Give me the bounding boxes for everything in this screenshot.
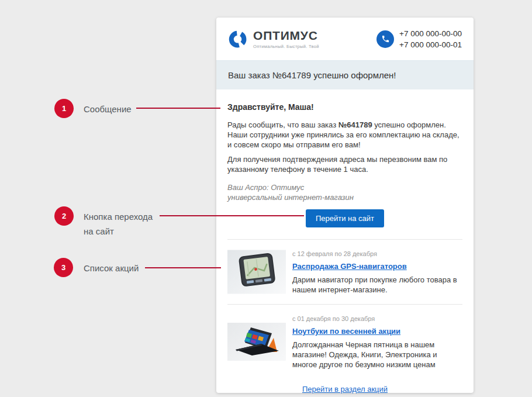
divider (227, 304, 462, 305)
promo-dates: с 01 декабря по 30 декабря (292, 315, 462, 322)
optimus-logo-icon (228, 29, 248, 49)
cta-button-row: Перейти на сайт (227, 209, 462, 227)
signature-line-1: Ваш Аспро: Оптимус (227, 182, 462, 192)
message-paragraph-1: Рады сообщить, что ваш заказ №641789 усп… (227, 120, 462, 150)
callout-number-3: 3 (54, 258, 73, 277)
phone-handset-glyph (381, 34, 390, 43)
email-header: ОПТИМУС Оптимальный. Быстрый. Твой +7 00… (216, 18, 474, 60)
promo-item-gps: с 12 февраля по 28 декабря Распродажа GP… (227, 249, 462, 295)
promo-description: Дарим навигатор при покупке любого товар… (292, 275, 462, 295)
callout-label-site-button: Кнопка перехода на сайт (84, 209, 160, 239)
brand-text: ОПТИМУС Оптимальный. Быстрый. Твой (253, 29, 319, 49)
phone-number-2: +7 000 000-00-01 (399, 39, 462, 50)
callout-line-3 (145, 267, 221, 268)
callout-label-message: Сообщение (84, 102, 132, 116)
phone-number-1: +7 000 000-00-00 (399, 28, 462, 39)
phone-contact-block: +7 000 000-00-00 +7 000 000-00-01 (376, 28, 462, 50)
callout-line-1 (136, 108, 220, 109)
message-paragraph-2: Для получения подтверждения адреса мы пе… (227, 154, 462, 174)
phone-icon (376, 30, 394, 48)
email-template-mockup-page: { "annotations": [ { "number": "1", "lab… (0, 0, 532, 397)
greeting: Здравствуйте, Маша! (227, 102, 462, 112)
paragraph-1-before: Рады сообщить, что ваш заказ (227, 120, 338, 129)
promo-dates: с 12 февраля по 28 декабря (292, 250, 462, 257)
callout-label-promo-list: Список акций (84, 261, 139, 275)
promo-link-gps[interactable]: Распродажа GPS-навигаторов (292, 262, 407, 271)
promos-section-link[interactable]: Перейти в раздел акций (302, 385, 388, 393)
brand-logo: ОПТИМУС Оптимальный. Быстрый. Твой (228, 29, 319, 49)
promo-content: с 12 февраля по 28 декабря Распродажа GP… (292, 249, 462, 295)
divider (227, 239, 462, 240)
callout-number-2: 2 (54, 206, 74, 226)
phone-numbers: +7 000 000-00-00 +7 000 000-00-01 (399, 28, 462, 50)
subject-banner: Ваш заказ №641789 успешно оформлен! (216, 60, 474, 89)
email-body: Здравствуйте, Маша! Рады сообщить, что в… (216, 102, 474, 394)
signature: Ваш Аспро: Оптимус универсальный интерне… (227, 182, 462, 202)
go-to-site-button[interactable]: Перейти на сайт (306, 209, 384, 227)
promo-item-laptops: с 01 декабря по 30 декабря Ноутбуки по в… (227, 314, 462, 370)
brand-name: ОПТИМУС (253, 29, 319, 43)
promo-link-laptops[interactable]: Ноутбуки по весенней акции (292, 327, 400, 336)
gps-navigator-image[interactable] (227, 249, 286, 295)
callout-line-2 (160, 215, 304, 216)
signature-line-2: универсальный интернет-магазин (227, 192, 462, 202)
promo-description: Долгожданная Черная пятница в нашем мага… (292, 340, 462, 370)
order-number: №641789 (338, 120, 372, 129)
brand-tagline: Оптимальный. Быстрый. Твой (253, 44, 319, 49)
laptops-image[interactable] (227, 314, 286, 370)
callout-number-1: 1 (54, 99, 74, 118)
promo-content: с 01 декабря по 30 декабря Ноутбуки по в… (292, 314, 462, 370)
footer-link-row: Перейти в раздел акций (227, 384, 462, 394)
email-card: ОПТИМУС Оптимальный. Быстрый. Твой +7 00… (216, 18, 474, 393)
